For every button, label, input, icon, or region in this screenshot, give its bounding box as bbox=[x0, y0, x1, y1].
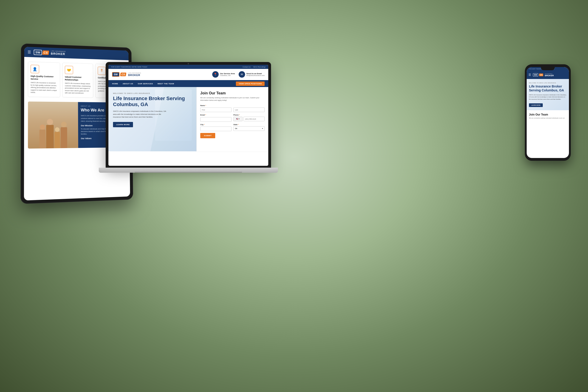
email-field-label: Email * bbox=[200, 114, 232, 116]
header-logo-cs: CS bbox=[120, 72, 126, 76]
feature-icon-2: 🤝 bbox=[65, 66, 73, 74]
feature-card-2: 🤝 Valued Customer Relationships SWCS Lif… bbox=[62, 63, 93, 98]
logo-sw: SW bbox=[34, 50, 42, 55]
city-state-row: City * State * GA ▾ bbox=[200, 124, 264, 131]
last-name-input[interactable] bbox=[233, 108, 264, 112]
city-group: City * bbox=[200, 124, 232, 131]
mobile-device: FOR EVERY TOMORROW, WE'RE HERE TODAY ☰ S… bbox=[525, 64, 571, 161]
form-title: Join Our Team bbox=[200, 91, 264, 95]
mobile-welcome: WELCOME TO SWCS LIFE INSURANCE bbox=[529, 82, 567, 84]
mobile-navbar: ☰ SW CS LIFE INSURANCE BROKER bbox=[527, 71, 569, 79]
tablet-family-image bbox=[28, 102, 78, 148]
service-area-val: Columbus, GA bbox=[220, 75, 235, 76]
name-label: Name * bbox=[200, 104, 264, 106]
first-name-field bbox=[200, 107, 232, 112]
person-3 bbox=[54, 127, 60, 148]
name-group: Name * bbox=[200, 104, 264, 112]
first-name-input[interactable] bbox=[200, 108, 232, 112]
person-2 bbox=[46, 119, 54, 148]
mobile-hero: WELCOME TO SWCS LIFE INSURANCE Life Insu… bbox=[527, 79, 569, 110]
service-area-text: Our Service Area Columbus, GA bbox=[220, 72, 235, 76]
website-nav: HOME ABOUT US OUR SERVICES MEET THE TEAM… bbox=[108, 80, 268, 87]
feature-icon-3: 🎖 bbox=[98, 66, 106, 75]
phone-field-label: Phone * bbox=[233, 114, 264, 116]
email-input[interactable] bbox=[200, 117, 232, 122]
hero-left-panel: WELCOME TO SWCS LIFE INSURANCE Life Insu… bbox=[108, 87, 196, 151]
feature-title-2: Valued Customer Relationships bbox=[65, 76, 91, 82]
contact-link[interactable]: Contact Us bbox=[242, 66, 250, 68]
phone-prefix: 🇺🇸 ▾ bbox=[233, 117, 242, 121]
feature-desc-1: SWCS Life Insurance is renowned for its … bbox=[30, 82, 58, 94]
mobile-logo-cs: CS bbox=[539, 74, 544, 76]
logo-text: LIFE INSURANCE BROKER bbox=[51, 50, 66, 56]
mobile-logo-sw: SW bbox=[533, 73, 538, 76]
state-select[interactable]: GA ▾ bbox=[233, 126, 264, 131]
submit-button[interactable]: SUBMIT bbox=[200, 133, 216, 138]
email-text: Send Us an Email info@swcsinsurance.com bbox=[246, 72, 264, 76]
email-group: Email * bbox=[200, 114, 232, 122]
feature-title-1: High-Quality Customer Service bbox=[30, 75, 58, 81]
mobile-desc: SWCS Life Insurance empowers individuals… bbox=[529, 94, 567, 100]
recruiting-link[interactable]: We're Recruiting! bbox=[253, 66, 266, 68]
mobile-join-title: Join Our Team bbox=[529, 113, 567, 116]
person-4 bbox=[61, 122, 67, 148]
mobile-title: Life Insurance Broker Serving Columbus, … bbox=[529, 84, 567, 92]
email-icon: ✉ bbox=[239, 71, 245, 78]
header-info-group: 📍 Our Service Area Columbus, GA ✉ Send U… bbox=[212, 71, 264, 78]
name-required: * bbox=[205, 104, 206, 106]
email-label: Send Us an Email bbox=[246, 72, 264, 75]
website-hero: WELCOME TO SWCS LIFE INSURANCE Life Insu… bbox=[108, 87, 268, 151]
mobile-logo-text: LIFE INSURANCE BROKER bbox=[545, 73, 554, 77]
people-illustration bbox=[29, 119, 77, 148]
name-row bbox=[200, 107, 264, 112]
nav-about[interactable]: ABOUT US bbox=[123, 83, 133, 85]
laptop-base bbox=[99, 168, 278, 173]
mobile-notch bbox=[541, 66, 555, 70]
last-name-field bbox=[233, 107, 264, 112]
location-icon: 📍 bbox=[212, 71, 219, 78]
email-val: info@swcsinsurance.com bbox=[246, 75, 264, 76]
mobile-hamburger-icon[interactable]: ☰ bbox=[528, 73, 531, 76]
website-logo: SW CS LIFE INSURANCE BROKER bbox=[112, 72, 141, 77]
hero-desc: SWCS Life Insurance empowers individuals… bbox=[113, 110, 168, 119]
header-logo-sw: SW bbox=[112, 72, 120, 77]
person-1 bbox=[39, 124, 46, 148]
website-tagline: FOR EVERY TOMORROW, WE'RE HERE TODAY bbox=[111, 66, 148, 68]
laptop-camera bbox=[188, 63, 189, 64]
mobile-broker: BROKER bbox=[545, 74, 554, 77]
service-area-item: 📍 Our Service Area Columbus, GA bbox=[212, 71, 235, 78]
tablet-logo: SW CS LIFE INSURANCE BROKER bbox=[34, 50, 66, 56]
nav-services[interactable]: OUR SERVICES bbox=[138, 83, 153, 85]
logo-cs: CS bbox=[42, 50, 49, 55]
city-input[interactable] bbox=[200, 126, 232, 131]
phone-input[interactable] bbox=[244, 117, 264, 121]
service-area-label: Our Service Area bbox=[220, 72, 235, 75]
phone-input-row: 🇺🇸 ▾ bbox=[233, 117, 264, 121]
hamburger-icon[interactable]: ☰ bbox=[28, 50, 31, 54]
mobile-learn-more-button[interactable]: LEARN MORE bbox=[529, 103, 543, 107]
header-broker: BROKER bbox=[128, 74, 141, 76]
join-team-form: Join Our Team We are constantly seeking … bbox=[196, 87, 268, 151]
laptop-screen: FOR EVERY TOMORROW, WE'RE HERE TODAY Con… bbox=[108, 65, 268, 166]
laptop-screen-area: FOR EVERY TOMORROW, WE'RE HERE TODAY Con… bbox=[106, 62, 271, 168]
phone-group: Phone * 🇺🇸 ▾ bbox=[233, 114, 264, 122]
header-logo-text: LIFE INSURANCE BROKER bbox=[128, 72, 141, 76]
state-label: State * bbox=[233, 124, 264, 126]
form-desc: We are constantly seeking motivated indi… bbox=[200, 96, 264, 102]
city-label: City * bbox=[200, 124, 232, 126]
hero-title: Life Insurance Broker Serving Columbus, … bbox=[113, 96, 192, 108]
hero-learn-more-button[interactable]: LEARN MORE bbox=[113, 122, 133, 127]
nav-cta-button[interactable]: VIEW OPEN POSITIONS bbox=[236, 82, 264, 86]
laptop-device: FOR EVERY TOMORROW, WE'RE HERE TODAY Con… bbox=[106, 62, 271, 173]
nav-team[interactable]: MEET THE TEAM bbox=[158, 83, 174, 85]
email-phone-row: Email * Phone * 🇺🇸 ▾ bbox=[200, 114, 264, 122]
feature-icon-1: 👤 bbox=[30, 65, 39, 73]
nav-home[interactable]: HOME bbox=[112, 83, 118, 85]
state-chevron: ▾ bbox=[262, 128, 263, 130]
mobile-frame: FOR EVERY TOMORROW, WE'RE HERE TODAY ☰ S… bbox=[525, 64, 571, 161]
feature-desc-2: SWCS Life Insurance deeply values custom… bbox=[65, 82, 91, 94]
hero-welcome-text: WELCOME TO SWCS LIFE INSURANCE bbox=[113, 92, 192, 94]
state-group: State * GA ▾ bbox=[233, 124, 264, 131]
mobile-join-desc: We are constantly seeking motivated indi… bbox=[529, 117, 567, 119]
state-val: GA bbox=[235, 128, 237, 129]
